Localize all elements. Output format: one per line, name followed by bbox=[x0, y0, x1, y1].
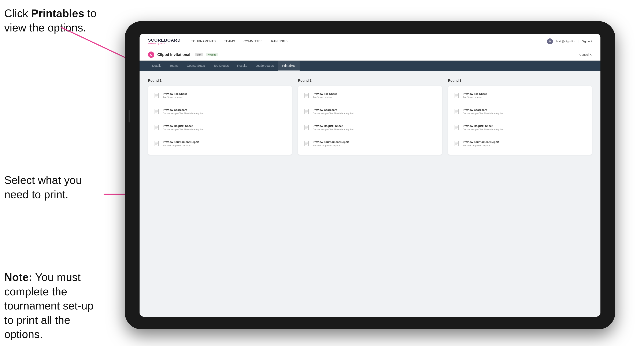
tab-teams[interactable]: Teams bbox=[166, 61, 183, 71]
print-item-title: Preview Tee Sheet bbox=[163, 92, 187, 95]
round-card-2: Preview Tee SheetTee Sheet required Prev… bbox=[298, 86, 442, 155]
print-item-r2-4[interactable]: Preview Tournament ReportRound Completio… bbox=[302, 138, 438, 151]
print-item-sub: Tee Sheet required bbox=[163, 96, 187, 99]
print-item-title: Preview Raguzzi Sheet bbox=[463, 124, 504, 128]
print-item-r3-1[interactable]: Preview Tee SheetTee Sheet required bbox=[452, 90, 588, 102]
tab-tee-groups[interactable]: Tee Groups bbox=[209, 61, 233, 71]
print-text: Preview Tournament ReportRound Completio… bbox=[163, 140, 199, 147]
cancel-button[interactable]: Cancel ✕ bbox=[580, 53, 592, 56]
print-text: Preview ScorecardCourse setup + Tee Shee… bbox=[463, 108, 504, 115]
doc-icon bbox=[454, 124, 460, 132]
tournament-logo: C bbox=[148, 51, 154, 58]
tab-details[interactable]: Details bbox=[148, 61, 166, 71]
print-text: Preview Raguzzi SheetCourse setup + Tee … bbox=[463, 124, 504, 131]
print-item-sub: Course setup + Tee Sheet data required bbox=[163, 112, 204, 115]
print-text: Preview Tournament ReportRound Completio… bbox=[313, 140, 349, 147]
print-item-sub: Tee Sheet required bbox=[313, 96, 336, 99]
round-card-1: Preview Tee SheetTee Sheet required Prev… bbox=[148, 86, 292, 155]
round-section-3: Round 3 Preview Tee SheetTee Sheet requi… bbox=[448, 79, 592, 155]
instruction-bottom: Note: You mustcomplete thetournament set… bbox=[4, 270, 108, 342]
print-item-title: Preview Raguzzi Sheet bbox=[163, 124, 204, 128]
print-item-title: Preview Tournament Report bbox=[163, 140, 199, 144]
doc-icon bbox=[154, 140, 160, 148]
nav-committee[interactable]: COMMITTEE bbox=[244, 38, 262, 44]
doc-icon bbox=[304, 140, 310, 148]
nav-right: B blair@clippd.io | Sign out bbox=[547, 38, 592, 44]
tab-printables[interactable]: Printables bbox=[278, 61, 300, 71]
doc-icon bbox=[154, 92, 160, 100]
tournament-name: C Clippd Invitational Men Hosting bbox=[148, 51, 218, 58]
print-item-r2-3[interactable]: Preview Raguzzi SheetCourse setup + Tee … bbox=[302, 122, 438, 135]
doc-icon bbox=[304, 92, 310, 100]
round-section-2: Round 2 Preview Tee SheetTee Sheet requi… bbox=[298, 79, 442, 155]
print-item-r1-4[interactable]: Preview Tournament ReportRound Completio… bbox=[152, 138, 288, 151]
nav-left: SCOREBOARD Powered by clippd TOURNAMENTS… bbox=[148, 38, 288, 45]
tablet-screen: SCOREBOARD Powered by clippd TOURNAMENTS… bbox=[140, 34, 600, 317]
tab-course-setup[interactable]: Course Setup bbox=[183, 61, 209, 71]
print-item-title: Preview Tee Sheet bbox=[463, 92, 487, 95]
round-title-3: Round 3 bbox=[448, 79, 592, 83]
print-text: Preview ScorecardCourse setup + Tee Shee… bbox=[163, 108, 204, 115]
brand: SCOREBOARD Powered by clippd bbox=[148, 38, 180, 45]
print-item-sub: Course setup + Tee Sheet data required bbox=[163, 128, 204, 131]
nav-tournaments[interactable]: TOURNAMENTS bbox=[191, 38, 216, 44]
print-item-r3-2[interactable]: Preview ScorecardCourse setup + Tee Shee… bbox=[452, 106, 588, 118]
print-item-r1-1[interactable]: Preview Tee SheetTee Sheet required bbox=[152, 90, 288, 102]
instruction-middle: Select what youneed to print. bbox=[4, 173, 106, 202]
nav-links: TOURNAMENTS TEAMS COMMITTEE RANKINGS bbox=[191, 38, 288, 44]
doc-icon bbox=[454, 108, 460, 116]
print-text: Preview Tee SheetTee Sheet required bbox=[463, 92, 487, 99]
printables-bold: Printables bbox=[31, 7, 84, 19]
doc-icon bbox=[154, 108, 160, 116]
round-title-1: Round 1 bbox=[148, 79, 292, 83]
sub-header: C Clippd Invitational Men Hosting Cancel… bbox=[140, 49, 600, 61]
print-item-title: Preview Tournament Report bbox=[313, 140, 349, 144]
hosting-badge: Hosting bbox=[206, 53, 218, 56]
print-item-r1-2[interactable]: Preview ScorecardCourse setup + Tee Shee… bbox=[152, 106, 288, 118]
print-item-r3-4[interactable]: Preview Tournament ReportRound Completio… bbox=[452, 138, 588, 151]
print-item-sub: Round Completion required bbox=[313, 144, 349, 147]
tab-bar: Details Teams Course Setup Tee Groups Re… bbox=[140, 61, 600, 71]
print-item-sub: Course setup + Tee Sheet data required bbox=[313, 112, 354, 115]
sign-out-link[interactable]: Sign out bbox=[582, 40, 592, 43]
print-text: Preview Raguzzi SheetCourse setup + Tee … bbox=[163, 124, 204, 131]
nav-rankings[interactable]: RANKINGS bbox=[271, 38, 288, 44]
tablet-frame: SCOREBOARD Powered by clippd TOURNAMENTS… bbox=[125, 21, 615, 329]
print-item-title: Preview Scorecard bbox=[463, 108, 504, 111]
user-email: blair@clippd.io bbox=[556, 40, 574, 43]
print-item-r1-3[interactable]: Preview Raguzzi SheetCourse setup + Tee … bbox=[152, 122, 288, 135]
division-badge: Men bbox=[195, 53, 203, 56]
round-title-2: Round 2 bbox=[298, 79, 442, 83]
doc-icon bbox=[454, 140, 460, 148]
print-text: Preview Tournament ReportRound Completio… bbox=[463, 140, 499, 147]
doc-icon bbox=[154, 124, 160, 132]
tab-results[interactable]: Results bbox=[233, 61, 252, 71]
print-item-sub: Course setup + Tee Sheet data required bbox=[463, 128, 504, 131]
print-text: Preview Raguzzi SheetCourse setup + Tee … bbox=[313, 124, 354, 131]
doc-icon bbox=[304, 108, 310, 116]
print-item-r2-1[interactable]: Preview Tee SheetTee Sheet required bbox=[302, 90, 438, 102]
print-item-sub: Round Completion required bbox=[463, 144, 499, 147]
doc-icon bbox=[454, 92, 460, 100]
round-section-1: Round 1 Preview Tee SheetTee Sheet requi… bbox=[148, 79, 292, 155]
print-item-r2-2[interactable]: Preview ScorecardCourse setup + Tee Shee… bbox=[302, 106, 438, 118]
print-item-title: Preview Tournament Report bbox=[463, 140, 499, 144]
print-item-sub: Course setup + Tee Sheet data required bbox=[313, 128, 354, 131]
top-nav: SCOREBOARD Powered by clippd TOURNAMENTS… bbox=[140, 34, 600, 49]
print-item-sub: Course setup + Tee Sheet data required bbox=[463, 112, 504, 115]
rounds-container: Round 1 Preview Tee SheetTee Sheet requi… bbox=[148, 79, 592, 155]
print-item-title: Preview Raguzzi Sheet bbox=[313, 124, 354, 128]
nav-teams[interactable]: TEAMS bbox=[224, 38, 235, 44]
tournament-name-text: Clippd Invitational bbox=[157, 53, 190, 57]
tab-leaderboards[interactable]: Leaderboards bbox=[252, 61, 278, 71]
round-card-3: Preview Tee SheetTee Sheet required Prev… bbox=[448, 86, 592, 155]
print-item-r3-3[interactable]: Preview Raguzzi SheetCourse setup + Tee … bbox=[452, 122, 588, 135]
user-avatar: B bbox=[547, 38, 553, 44]
print-item-sub: Tee Sheet required bbox=[463, 96, 487, 99]
print-text: Preview Tee SheetTee Sheet required bbox=[313, 92, 336, 99]
main-content: Round 1 Preview Tee SheetTee Sheet requi… bbox=[140, 71, 600, 317]
print-item-title: Preview Scorecard bbox=[163, 108, 204, 111]
brand-sub: Powered by clippd bbox=[148, 42, 180, 45]
print-item-title: Preview Scorecard bbox=[313, 108, 354, 111]
brand-title: SCOREBOARD bbox=[148, 38, 180, 42]
